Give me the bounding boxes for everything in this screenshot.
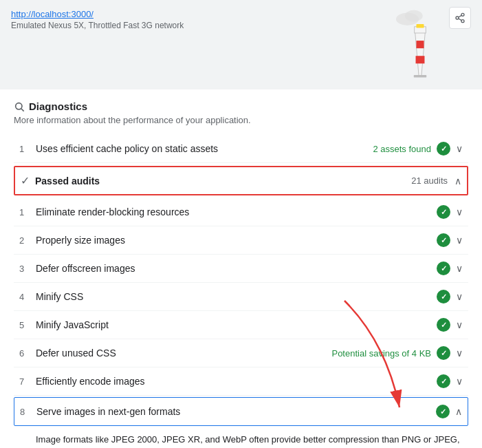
diagnostics-desc: More information about the performance o… — [14, 115, 468, 125]
audit-label-p8: Serve images in next-gen formats — [36, 406, 436, 417]
diagnostics-title: Diagnostics — [29, 100, 87, 112]
audit-check-p1 — [437, 205, 450, 219]
audit-label-p6: Defer unused CSS — [36, 348, 331, 359]
audit-label-p3: Defer offscreen images — [36, 263, 437, 274]
header: http://localhost:3000/ Emulated Nexus 5X… — [0, 0, 482, 89]
chevron-p6: ∨ — [456, 348, 463, 359]
audit-label-p1: Eliminate render-blocking resources — [36, 206, 437, 217]
audit-number-p1: 1 — [19, 207, 36, 217]
svg-point-0 — [461, 13, 464, 16]
share-icon — [454, 12, 465, 23]
audit-row-passed-7[interactable]: 7 Efficiently encode images ∨ — [14, 367, 468, 396]
chevron-1: ∨ — [456, 143, 463, 154]
svg-line-3 — [459, 19, 462, 21]
lighthouse-illustration — [393, 0, 448, 83]
passed-audits-chevron: ∧ — [454, 175, 461, 186]
audit-row-passed-8[interactable]: 8 Serve images in next-gen formats ∧ — [14, 397, 468, 426]
audit-row-passed-2[interactable]: 2 Properly size images ∨ — [14, 226, 468, 255]
passed-audits-count: 21 audits — [411, 175, 448, 186]
audit-check-p5 — [437, 318, 450, 332]
search-icon — [14, 101, 25, 112]
share-button[interactable] — [449, 7, 471, 29]
audit-label-p7: Efficiently encode images — [36, 376, 437, 387]
svg-point-2 — [461, 20, 464, 23]
passed-check-icon: ✓ — [21, 174, 30, 187]
svg-marker-8 — [416, 56, 425, 63]
audit-number-p6: 6 — [19, 348, 36, 359]
header-url[interactable]: http://localhost:3000/ — [11, 9, 94, 19]
audit-meta-1: 2 assets found — [373, 144, 431, 154]
svg-line-14 — [21, 109, 24, 111]
audit-label-p5: Minify JavaScript — [36, 319, 437, 330]
svg-rect-12 — [414, 75, 426, 78]
audit-row-1[interactable]: 1 Uses efficient cache policy on static … — [14, 135, 468, 163]
svg-marker-9 — [416, 41, 424, 48]
chevron-p8: ∧ — [455, 406, 462, 417]
audit-check-p8 — [436, 405, 450, 418]
passed-audits-label: Passed audits — [35, 175, 411, 186]
audit-check-p6 — [437, 346, 450, 360]
svg-line-4 — [459, 15, 462, 17]
svg-marker-7 — [415, 32, 426, 76]
audit-number-p8: 8 — [20, 407, 36, 417]
svg-rect-11 — [416, 24, 424, 28]
svg-point-1 — [456, 17, 459, 19]
passed-audits-header[interactable]: ✓ Passed audits 21 audits ∧ — [14, 166, 468, 195]
audit-check-p4 — [437, 290, 450, 303]
audit-number-p2: 2 — [19, 235, 36, 246]
audit-row-passed-3[interactable]: 3 Defer offscreen images ∨ — [14, 255, 468, 283]
audit-label-p2: Properly size images — [36, 235, 437, 246]
audit-check-p7 — [437, 374, 450, 388]
audit-check-p2 — [437, 233, 450, 247]
chevron-p3: ∨ — [456, 263, 463, 274]
audit-number-1: 1 — [19, 144, 36, 154]
svg-point-6 — [405, 10, 423, 22]
audit-check-p3 — [437, 262, 450, 275]
audit-row-passed-4[interactable]: 4 Minify CSS ∨ — [14, 283, 468, 311]
audit-number-p3: 3 — [19, 264, 36, 274]
chevron-p1: ∨ — [456, 206, 463, 217]
audit-check-1 — [437, 142, 450, 156]
chevron-p4: ∨ — [456, 291, 463, 302]
audit-row-passed-6[interactable]: 6 Defer unused CSS Potential savings of … — [14, 339, 468, 367]
audit-number-p5: 5 — [19, 320, 36, 330]
audit-meta-p6: Potential savings of 4 KB — [331, 348, 431, 359]
audit-number-p7: 7 — [19, 376, 36, 387]
audit-number-p4: 4 — [19, 292, 36, 302]
diagnostics-section-header: Diagnostics — [14, 100, 468, 112]
svg-point-13 — [16, 103, 22, 109]
audit-row-passed-5[interactable]: 5 Minify JavaScript ∨ — [14, 311, 468, 339]
audit-row-passed-1[interactable]: 1 Eliminate render-blocking resources ∨ — [14, 198, 468, 226]
chevron-p7: ∨ — [456, 376, 463, 387]
audit-desc-text-8: Image formats like JPEG 2000, JPEG XR, a… — [36, 434, 460, 448]
audit-label-1: Uses efficient cache policy on static as… — [36, 143, 373, 154]
audit-label-p4: Minify CSS — [36, 291, 437, 302]
main-content: Diagnostics More information about the p… — [0, 89, 482, 448]
chevron-p5: ∨ — [456, 319, 463, 330]
chevron-p2: ∨ — [456, 235, 463, 246]
audit-desc-row-8: Image formats like JPEG 2000, JPEG XR, a… — [14, 427, 468, 448]
